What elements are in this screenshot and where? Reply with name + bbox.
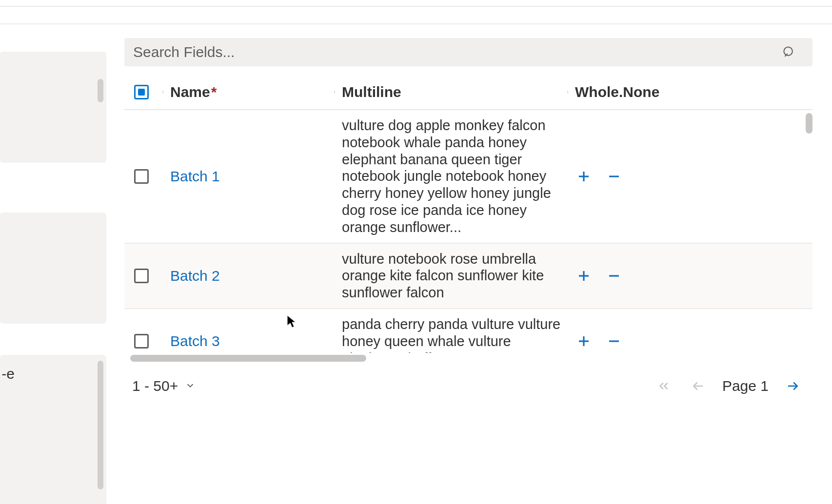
grid-horizontal-scrollbar-track[interactable] [124,355,812,362]
row-checkbox[interactable] [134,334,149,349]
increment-button[interactable] [575,168,593,185]
column-header-name-label: Name [170,84,210,100]
select-all-checkbox[interactable] [134,85,149,99]
prev-page-button[interactable] [688,376,708,396]
record-name-link[interactable]: Batch 3 [170,333,220,349]
table-row[interactable]: Batch 3panda cherry panda vulture vultur… [124,309,812,353]
grid-header-row: Name* Multiline Whole.None [124,75,812,110]
plus-icon [576,334,591,349]
sidebar-panel-3 [0,355,106,504]
plus-icon [576,169,591,184]
search-input[interactable] [133,44,779,60]
sidebar-panel-2 [0,213,106,324]
pagination: Page 1 [654,376,803,396]
grid-vertical-scrollbar[interactable] [806,113,812,134]
chevron-down-icon [185,378,196,394]
grid-footer: 1 - 50+ Page 1 [124,362,812,396]
column-header-multiline-label: Multiline [342,84,401,100]
column-header-name[interactable]: Name* [170,84,334,100]
record-name-link[interactable]: Batch 2 [170,268,220,284]
sidebar-panel-1 [0,52,106,163]
sidebar-truncated-label: e- [0,366,15,382]
row-checkbox[interactable] [134,169,149,184]
sidebar-panel-3-scrollbar[interactable] [98,361,103,489]
column-header-whole-label: Whole.None [575,84,659,100]
grid-body: Batch 1vulture dog apple monkey falcon n… [124,110,812,353]
multiline-cell-text[interactable]: panda cherry panda vulture vulture honey… [342,316,567,353]
grid-horizontal-scrollbar-thumb[interactable] [130,355,366,362]
record-name-link[interactable]: Batch 1 [170,168,220,185]
next-page-button[interactable] [783,376,803,396]
row-checkbox[interactable] [134,269,149,283]
required-indicator: * [211,84,217,100]
column-header-whole[interactable]: Whole.None [567,84,661,100]
decrement-button[interactable] [605,267,623,285]
main-panel: Name* Multiline Whole.None Batch 1vultur… [110,24,832,504]
increment-button[interactable] [575,267,593,285]
search-icon[interactable] [779,42,799,62]
sidebar-panel-1-scrollbar[interactable] [98,79,103,102]
window-top-divider-1 [0,6,832,7]
left-sidebar: e- [0,24,110,504]
table-row[interactable]: Batch 1vulture dog apple monkey falcon n… [124,110,812,244]
column-header-multiline[interactable]: Multiline [334,84,567,100]
rows-range-selector[interactable]: 1 - 50+ [132,378,196,394]
svg-point-0 [784,47,792,56]
checkbox-indeterminate-icon [138,89,145,96]
multiline-cell-text[interactable]: vulture dog apple monkey falcon notebook… [342,117,567,236]
minus-icon [607,334,621,349]
page-label: Page 1 [722,378,769,394]
data-grid: Name* Multiline Whole.None Batch 1vultur… [124,75,812,396]
search-bar[interactable] [124,38,812,66]
minus-icon [607,169,621,184]
decrement-button[interactable] [605,332,623,350]
multiline-cell-text[interactable]: vulture notebook rose umbrella orange ki… [342,251,567,301]
table-row[interactable]: Batch 2vulture notebook rose umbrella or… [124,244,812,309]
increment-button[interactable] [575,332,593,350]
first-page-button[interactable] [654,376,674,396]
rows-range-label: 1 - 50+ [132,378,178,394]
minus-icon [607,269,621,283]
decrement-button[interactable] [605,168,623,185]
plus-icon [576,269,591,283]
